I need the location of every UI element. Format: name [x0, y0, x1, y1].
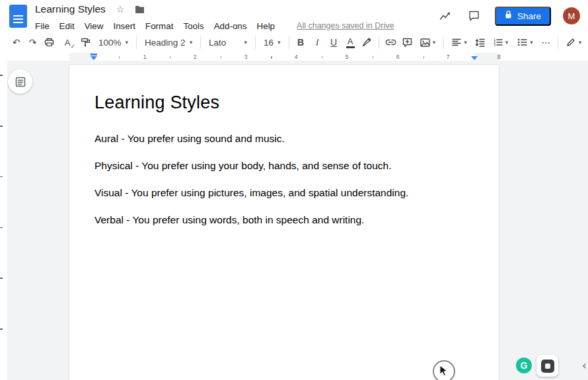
- font-size-value: 16: [264, 38, 274, 48]
- chevron-down-icon: ▾: [464, 39, 467, 46]
- menu-file[interactable]: File: [35, 21, 50, 31]
- menu-addons[interactable]: Add-ons: [214, 21, 247, 31]
- text-color-button[interactable]: A: [342, 34, 359, 50]
- italic-button[interactable]: I: [309, 34, 326, 50]
- docs-logo-lines: [13, 15, 23, 24]
- editing-mode-dropdown[interactable]: ▾: [562, 34, 587, 50]
- menu-insert[interactable]: Insert: [113, 21, 135, 31]
- ruler-number: 2: [194, 54, 197, 60]
- ruler-number: 7: [447, 54, 450, 60]
- toolbar-separator: [136, 36, 137, 49]
- comment-history-icon[interactable]: [466, 7, 483, 24]
- ruler-number: 6: [396, 54, 400, 60]
- ruler-number: 8: [497, 54, 501, 60]
- chevron-down-icon: ▾: [244, 39, 248, 46]
- paint-format-button[interactable]: [77, 34, 94, 50]
- toolbar-separator: [379, 36, 379, 49]
- document-canvas: Learning Styles Aural - You prefer using…: [0, 61, 588, 380]
- mouse-cursor: [439, 365, 449, 379]
- menu-bar: File Edit View Insert Format Tools Add-o…: [35, 19, 394, 32]
- share-label: Share: [517, 11, 541, 21]
- toolbar-separator: [443, 36, 444, 49]
- zoom-value: 100%: [98, 38, 122, 48]
- spellcheck-button[interactable]: A✓: [57, 34, 77, 50]
- vertical-ruler: [0, 61, 7, 380]
- numbered-list-icon: 123: [493, 38, 503, 46]
- toolbar-right-group: ▾: [554, 34, 588, 50]
- menu-view[interactable]: View: [85, 21, 104, 31]
- lock-icon: [505, 11, 512, 21]
- chevron-down-icon: ▾: [190, 39, 193, 46]
- first-line-indent-marker[interactable]: [91, 54, 97, 56]
- share-button[interactable]: Share: [495, 7, 551, 26]
- insert-image-dropdown[interactable]: ▾: [416, 34, 441, 50]
- page-content: Learning Styles Aural - You prefer using…: [69, 65, 499, 227]
- doc-paragraph[interactable]: Visual - You prefer using pictures, imag…: [94, 186, 474, 200]
- more-options-button[interactable]: ⋯: [538, 34, 554, 50]
- undo-button[interactable]: ↶: [8, 34, 24, 50]
- docs-logo-icon[interactable]: [9, 5, 27, 28]
- chevron-down-icon: ▾: [505, 39, 509, 46]
- font-dropdown[interactable]: Lato ▾: [204, 34, 252, 50]
- activity-icon[interactable]: [437, 7, 454, 24]
- chevron-down-icon: ▾: [530, 39, 533, 46]
- text-color-icon: A: [346, 37, 355, 48]
- bulleted-list-icon: [517, 38, 527, 46]
- style-value: Heading 2: [145, 38, 186, 48]
- toolbar-separator: [289, 36, 289, 49]
- svg-text:3: 3: [494, 43, 496, 46]
- extension-icon: [541, 360, 554, 373]
- account-avatar[interactable]: M: [563, 7, 580, 24]
- top-right-actions: Share M: [437, 6, 580, 26]
- chevron-down-icon: ▾: [433, 39, 436, 46]
- right-indent-marker[interactable]: [471, 56, 478, 60]
- print-button[interactable]: [41, 34, 57, 50]
- saved-status-link[interactable]: All changes saved in Drive: [297, 21, 394, 30]
- underline-button[interactable]: U: [326, 34, 342, 50]
- ruler-number: 5: [346, 54, 349, 60]
- title-area: Learning Styles ☆ File Edit View Insert …: [35, 2, 394, 32]
- menu-tools[interactable]: Tools: [183, 21, 203, 31]
- font-value: Lato: [209, 38, 226, 48]
- align-dropdown[interactable]: ▾: [447, 34, 472, 50]
- ruler-number: 3: [244, 54, 248, 60]
- styles-dropdown[interactable]: Heading 2 ▾: [140, 34, 197, 50]
- toolbar-separator: [558, 36, 558, 49]
- grammarly-icon[interactable]: G: [516, 358, 532, 373]
- highlight-color-button[interactable]: [359, 34, 375, 50]
- extension-button[interactable]: [536, 355, 558, 377]
- line-spacing-button[interactable]: [472, 34, 488, 50]
- document-page[interactable]: Learning Styles Aural - You prefer using…: [69, 64, 499, 380]
- left-indent-marker[interactable]: [91, 54, 97, 60]
- redo-button[interactable]: ↷: [24, 34, 41, 50]
- ruler-number: 1: [143, 54, 147, 60]
- star-icon[interactable]: ☆: [116, 5, 125, 14]
- doc-paragraph[interactable]: Aural - You prefer using sound and music…: [94, 132, 474, 145]
- zoom-dropdown[interactable]: 100% ▾: [94, 34, 133, 50]
- horizontal-ruler[interactable]: 1 2 3 4 5 6 7 8: [0, 53, 588, 61]
- doc-paragraph[interactable]: Verbal - You prefer using words, both in…: [94, 213, 474, 227]
- numbered-list-dropdown[interactable]: 123 ▾: [488, 34, 513, 50]
- menu-edit[interactable]: Edit: [59, 21, 75, 31]
- insert-image-icon: [420, 38, 430, 47]
- menu-help[interactable]: Help: [257, 21, 276, 31]
- doc-paragraph[interactable]: Physical - You prefer using your body, h…: [94, 159, 474, 172]
- document-outline-icon: [15, 76, 26, 88]
- insert-link-button[interactable]: [383, 34, 399, 50]
- add-comment-button[interactable]: [399, 34, 416, 50]
- toolbar: ↶ ↷ A✓ 100% ▾ Heading 2 ▾ Lato ▾ 16: [0, 32, 588, 53]
- bulleted-list-dropdown[interactable]: ▾: [513, 34, 538, 50]
- bold-button[interactable]: B: [293, 34, 309, 50]
- folder-icon[interactable]: [135, 5, 145, 13]
- show-outline-button[interactable]: [8, 69, 32, 94]
- chevron-down-icon: ▾: [126, 39, 129, 46]
- pencil-icon: [566, 38, 575, 47]
- side-panel-chevron-icon[interactable]: ‹: [582, 359, 587, 372]
- document-title[interactable]: Learning Styles: [35, 3, 106, 15]
- top-bar: Learning Styles ☆ File Edit View Insert …: [0, 0, 588, 32]
- menu-format[interactable]: Format: [145, 21, 173, 31]
- vertical-ruler-ticks: [0, 61, 3, 380]
- chevron-down-icon: ▾: [277, 39, 281, 46]
- doc-heading[interactable]: Learning Styles: [94, 91, 474, 114]
- font-size-dropdown[interactable]: 16 ▾: [259, 34, 285, 50]
